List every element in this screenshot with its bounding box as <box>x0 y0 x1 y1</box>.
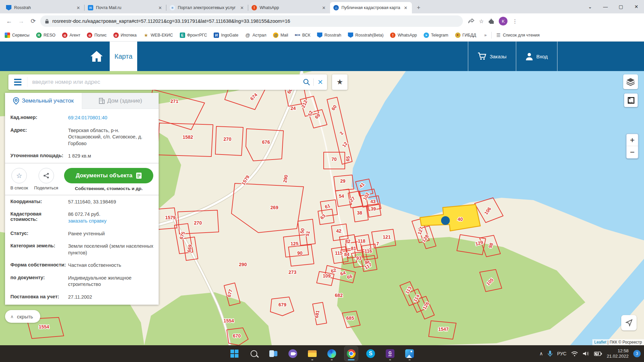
bookmark-item[interactable]: @Астрал <box>245 33 267 38</box>
share-button[interactable]: Поделиться <box>34 168 58 190</box>
zoom-out-button[interactable]: − <box>627 146 638 158</box>
info-row: по документу:Индивидуальное жилищное стр… <box>5 272 159 291</box>
login-button[interactable]: Вход <box>516 42 557 71</box>
tab-cadastral-map[interactable]: ⌂ Публичная кадастровая карта 2 ✕ <box>330 2 412 13</box>
search-input[interactable] <box>27 77 300 87</box>
bookmark-item[interactable]: Rosstrah(Beta) <box>348 33 383 38</box>
zoom-in-button[interactable]: + <box>627 134 638 146</box>
search-clear-button[interactable]: ✕ <box>314 74 327 90</box>
layers-button[interactable] <box>623 74 638 89</box>
notification-badge[interactable]: 3 <box>633 350 641 357</box>
favorites-button[interactable]: ★ <box>332 74 347 90</box>
bookmark-item[interactable]: αАгент <box>62 33 80 38</box>
info-value: Тверская область, р-н. Осташковский, с/п… <box>68 127 153 147</box>
bookmark-item[interactable]: Rosstrah <box>317 33 341 38</box>
orders-label: Заказы <box>490 54 506 59</box>
address-bar[interactable]: rosreestr-doc.ru/кадастровая_карта#ct=57… <box>40 15 463 27</box>
bookmark-item[interactable]: RRESO <box>36 33 55 38</box>
tab-close-icon[interactable]: ✕ <box>321 5 327 10</box>
forward-button[interactable]: → <box>16 16 26 26</box>
add-to-list-button[interactable]: ☆ В список <box>10 168 28 190</box>
file-explorer-button[interactable] <box>306 346 319 361</box>
profile-avatar[interactable]: K <box>499 17 507 25</box>
bookmarks-overflow-chevron[interactable]: » <box>484 33 486 38</box>
tab-rosstrah[interactable]: Rosstrah ✕ <box>3 2 85 13</box>
tab-map[interactable]: Карта <box>110 42 137 71</box>
minimize-button[interactable]: — <box>598 4 613 9</box>
language-indicator[interactable]: РУС <box>557 351 567 356</box>
location-pin-icon <box>13 97 19 105</box>
bookmark-item[interactable]: αПолис <box>87 33 106 38</box>
close-button[interactable]: ✕ <box>629 4 644 9</box>
bookmark-item[interactable]: ИIngoGate <box>214 33 238 38</box>
maximize-button[interactable]: ▢ <box>613 4 629 9</box>
vsk-icon: ВСК <box>295 33 300 38</box>
home-button[interactable] <box>86 42 108 71</box>
bookmark-item[interactable]: ➤Telegram <box>424 33 448 38</box>
bookmark-item[interactable]: @Mail <box>273 33 288 38</box>
bookmark-item[interactable]: ★WEB-ЕКИС <box>143 33 173 38</box>
docs-button-label: Документы объекта <box>76 172 132 179</box>
object-documents-button[interactable]: Документы объекта <box>64 168 153 183</box>
tab-search-icon[interactable]: ⌄ <box>582 4 598 9</box>
photos-button[interactable] <box>403 346 416 361</box>
teams-chat-button[interactable] <box>286 346 300 361</box>
reso-icon: R <box>36 33 42 38</box>
tab-close-icon[interactable]: ✕ <box>403 5 409 10</box>
parcel-label: 109 <box>323 273 331 279</box>
bookmark-item[interactable]: !WhatsApp <box>390 33 417 38</box>
battery-icon[interactable] <box>594 352 602 356</box>
orders-button[interactable]: Заказы <box>468 42 516 71</box>
edge-button[interactable] <box>325 346 338 361</box>
measure-button[interactable] <box>624 93 638 107</box>
bookmark-item[interactable]: αИпотека <box>113 33 137 38</box>
leaflet-link[interactable]: Leaflet <box>594 340 606 345</box>
tab-mail[interactable]: ✉ Почта Mail.ru ✕ <box>85 2 166 13</box>
pdf-app-button[interactable]: GPDF <box>383 346 397 361</box>
alpha-icon: α <box>62 33 67 38</box>
new-tab-button[interactable]: + <box>414 3 423 12</box>
tab-whatsapp[interactable]: ! WhatsApp ✕ <box>248 2 330 13</box>
start-button[interactable] <box>228 346 241 361</box>
share-icon[interactable] <box>468 18 474 24</box>
clock[interactable]: 12:58 21.02.2022 <box>607 348 629 359</box>
reload-button[interactable]: ⟳ <box>28 16 38 26</box>
bookmark-item[interactable]: Сервисы <box>5 33 30 38</box>
volume-icon[interactable] <box>583 351 589 356</box>
map-canvas[interactable]: 2716746624212526915822706766021265702941… <box>0 71 644 345</box>
back-button[interactable]: ← <box>4 16 14 26</box>
bookmark-star-icon[interactable]: ☆ <box>479 18 484 24</box>
order-certificate-link[interactable]: заказать справку <box>68 218 153 225</box>
tab-close-icon[interactable]: ✕ <box>239 5 245 10</box>
hide-panel-button[interactable]: ∧ скрыть <box>5 310 40 323</box>
bookmark-item[interactable]: ЕФронтРГС <box>180 33 207 38</box>
extensions-icon[interactable] <box>488 18 494 24</box>
parcel-label: 82 <box>345 239 351 244</box>
info-value[interactable]: 69:24:0170801:40 <box>68 115 153 121</box>
task-view-button[interactable] <box>267 346 280 361</box>
tab-land-parcel[interactable]: Земельный участок <box>5 93 82 109</box>
taskbar-search-button[interactable] <box>247 346 261 361</box>
folder-icon <box>308 350 317 357</box>
tray-chevron-icon[interactable]: ∧ <box>539 351 543 357</box>
tab-close-icon[interactable]: ✕ <box>157 5 163 10</box>
bookmark-item[interactable]: ✦ГИБДД <box>455 33 476 38</box>
wifi-icon[interactable] <box>571 351 578 356</box>
parcel-label: 1554 <box>39 324 49 329</box>
menu-hamburger-icon[interactable] <box>8 79 27 85</box>
microphone-icon[interactable] <box>548 350 552 357</box>
ekis-icon: ★ <box>143 33 149 38</box>
reading-list-button[interactable]: ☰ Список для чтения <box>496 33 540 38</box>
bookmark-label: Rosstrah(Beta) <box>355 33 383 38</box>
window-controls: ⌄ — ▢ ✕ <box>582 0 644 13</box>
locate-button[interactable] <box>621 315 637 330</box>
tab-portal[interactable]: ✳ Портал электросетевых услуг | Р ✕ <box>166 2 248 13</box>
tab-close-icon[interactable]: ✕ <box>75 5 81 10</box>
chrome-button[interactable] <box>344 346 358 361</box>
browser-toolbar: ← → ⟳ rosreestr-doc.ru/кадастровая_карта… <box>0 13 644 29</box>
skype-button[interactable]: S <box>364 346 377 361</box>
menu-kebab-icon[interactable]: ⋮ <box>512 18 518 24</box>
tab-building[interactable]: Дом (здание) <box>82 93 159 109</box>
search-submit-button[interactable] <box>300 74 313 90</box>
bookmark-item[interactable]: ВСКВСК <box>295 33 310 38</box>
